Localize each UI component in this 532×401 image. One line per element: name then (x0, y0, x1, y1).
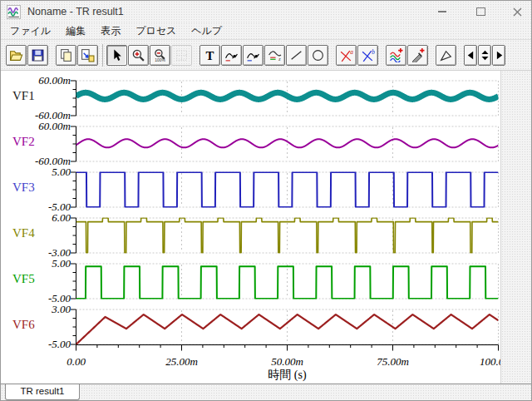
time-axis (69, 344, 503, 354)
svg-text:T: T (206, 48, 214, 62)
minimize-button[interactable] (430, 1, 455, 22)
plot-area-vf1[interactable] (69, 78, 503, 118)
y-axis (71, 81, 76, 116)
caret-right-icon (492, 48, 506, 62)
text-button[interactable]: T (200, 45, 220, 66)
maximize-button[interactable] (468, 1, 493, 22)
menu-process[interactable]: プロセス (128, 22, 184, 39)
zoom-in-button[interactable] (128, 45, 149, 66)
x-axis-title: 時間 (s) (238, 368, 337, 383)
y-axis (71, 126, 76, 161)
window-title: Noname - TR result1 (27, 6, 124, 17)
legend-button[interactable]: z (264, 45, 285, 66)
floppy-save-icon (31, 48, 45, 62)
trace-label-vf3: VF3 (12, 181, 35, 195)
ellipse-button[interactable] (308, 45, 328, 66)
cursor-b-button[interactable]: b (357, 45, 378, 66)
trace-label-vf6: VF6 (12, 318, 35, 332)
toolbar: 100%Tzab (1, 40, 531, 71)
menu-edit[interactable]: 編集 (58, 22, 93, 39)
copy-button[interactable] (56, 45, 76, 66)
paste-button[interactable] (77, 45, 98, 66)
curve-cursor-b-button[interactable] (243, 45, 264, 66)
plot-page: VF160.00m-60.00mVF260.00m-60.00mVF35.00-… (1, 71, 500, 384)
cross-a-icon: a (339, 48, 353, 62)
arrow-cursor-icon (110, 48, 124, 62)
line-icon (289, 48, 303, 62)
toolbar-separator (102, 44, 103, 67)
y-max-label-vf2: 60.00m (19, 120, 71, 133)
caret-left-icon (464, 48, 478, 62)
menu-view[interactable]: 表示 (93, 22, 128, 39)
open-button[interactable] (6, 45, 27, 66)
plot-area-vf6[interactable] (69, 307, 503, 347)
minimize-icon (438, 11, 446, 12)
folder-open-icon (9, 48, 23, 62)
page-right-margin (500, 71, 532, 384)
grid-button[interactable] (171, 45, 192, 66)
flag-icon (439, 48, 453, 62)
x-tick-label: 25.00m (155, 355, 209, 369)
y-max-label-vf4: 6.00 (19, 211, 71, 225)
y-max-label-vf5: 5.00 (19, 257, 71, 270)
trace-label-vf5: VF5 (12, 272, 35, 286)
svg-text:a: a (350, 48, 353, 56)
plot-area-vf5[interactable] (69, 261, 503, 301)
y-max-label-vf3: 5.00 (19, 166, 71, 179)
line-button[interactable] (286, 45, 307, 66)
svg-text:100%: 100% (155, 58, 165, 62)
window-controls (423, 1, 531, 22)
spinner-icon (478, 48, 492, 62)
nav-spin-button[interactable] (478, 45, 491, 66)
x-tick-label: 75.00m (367, 355, 420, 369)
menu-bar: ファイル編集表示プロセスヘルプ (1, 22, 531, 40)
curve-arrow-a-icon (224, 48, 239, 62)
zoom-in-icon (131, 48, 145, 62)
menu-file[interactable]: ファイル (2, 22, 58, 39)
add-curve-button[interactable] (386, 45, 406, 66)
plot-area-vf2[interactable] (69, 124, 503, 164)
y-max-label-vf6: 3.00 (19, 303, 71, 316)
trace-label-vf2: VF2 (12, 135, 35, 149)
y-axis (71, 264, 76, 299)
menu-help[interactable]: ヘルプ (184, 22, 229, 39)
copy-icon (59, 48, 73, 62)
curve-cursor-a-button[interactable] (221, 45, 242, 66)
y-axis (71, 218, 76, 253)
plot-area-vf4[interactable] (69, 215, 503, 255)
trace-label-vf4: VF4 (12, 226, 35, 240)
close-icon (513, 7, 522, 17)
x-tick-label: 50.00m (261, 355, 314, 369)
probe-plus-icon (411, 48, 425, 62)
text-icon: T (203, 48, 217, 62)
probe-button[interactable] (407, 45, 428, 66)
title-bar: Noname - TR result1 (1, 1, 531, 22)
zoom-100-icon: 100% (153, 48, 167, 62)
marker-button[interactable] (436, 45, 456, 66)
nav-left-button[interactable] (464, 45, 477, 66)
svg-text:b: b (372, 48, 375, 56)
trace-label-vf1: VF1 (12, 89, 35, 103)
tab-bar: TR result1 (1, 384, 531, 401)
cursor-a-button[interactable]: a (336, 45, 357, 66)
svg-text:z: z (278, 57, 281, 62)
x-tick-label: 0.00 (50, 355, 103, 369)
y-axis (71, 309, 76, 344)
save-button[interactable] (27, 45, 48, 66)
zoom-100-button[interactable]: 100% (150, 45, 170, 66)
y-min-label-vf6: -5.00 (19, 338, 71, 351)
close-button[interactable] (505, 1, 530, 22)
plot-area-vf3[interactable] (69, 170, 503, 210)
grid-icon (175, 48, 189, 62)
nav-right-button[interactable] (492, 45, 505, 66)
legend-curve-icon: z (268, 48, 282, 62)
curve-arrow-b-icon (246, 48, 260, 62)
app-waveform-icon (7, 5, 21, 19)
maximize-icon (476, 7, 485, 16)
select-cursor-button[interactable] (106, 45, 127, 66)
app-window: Noname - TR result1 ファイル編集表示プロセスヘルプ 100%… (0, 0, 532, 401)
add-curves-icon (389, 48, 403, 62)
tab-tr-result1[interactable]: TR result1 (5, 384, 80, 400)
ellipse-icon (311, 48, 325, 62)
y-max-label-vf1: 60.00m (19, 74, 71, 87)
